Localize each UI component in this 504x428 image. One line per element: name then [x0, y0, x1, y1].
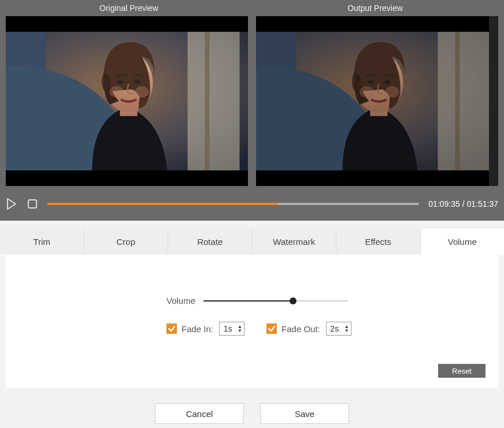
- svg-point-9: [110, 86, 124, 98]
- svg-rect-1: [188, 32, 240, 170]
- progress-fill: [47, 203, 278, 205]
- cancel-button[interactable]: Cancel: [155, 403, 244, 424]
- fade-in-value: 1s: [220, 322, 236, 335]
- fade-in-stepper[interactable]: 1s ▲▼: [219, 322, 244, 336]
- tab-effects[interactable]: Effects: [336, 229, 420, 255]
- check-icon: [168, 325, 176, 333]
- volume-panel: Volume Fade In: 1s ▲▼ Fade Out: 2s ▲▼: [6, 255, 498, 388]
- volume-slider[interactable]: [203, 296, 348, 306]
- current-time: 01:09:35: [428, 199, 460, 209]
- fade-out-stepper[interactable]: 2s ▲▼: [326, 322, 351, 336]
- fade-out-value: 2s: [327, 322, 343, 335]
- progress-bar[interactable]: [47, 203, 419, 205]
- stepper-arrows-icon: ▲▼: [236, 322, 244, 335]
- original-preview: [6, 16, 248, 186]
- action-row: Cancel Save: [0, 403, 504, 424]
- save-button[interactable]: Save: [260, 403, 349, 424]
- volume-slider-thumb[interactable]: [290, 297, 297, 304]
- tab-rotate[interactable]: Rotate: [168, 229, 252, 255]
- svg-point-19: [385, 80, 391, 84]
- fade-out-label: Fade Out:: [281, 324, 320, 334]
- tab-bar: Trim Crop Rotate Watermark Effects Volum…: [0, 229, 504, 255]
- svg-rect-13: [455, 32, 460, 170]
- output-preview: [256, 16, 498, 186]
- original-preview-label: Original Preview: [6, 3, 252, 13]
- play-button[interactable]: [6, 198, 17, 210]
- preview-zone: Original Preview Output Preview: [0, 0, 504, 221]
- volume-label: Volume: [166, 296, 195, 306]
- play-icon: [6, 198, 17, 210]
- tab-trim[interactable]: Trim: [0, 229, 84, 255]
- original-video-frame: [6, 32, 248, 170]
- svg-point-7: [118, 80, 124, 84]
- total-time: 01:51:37: [467, 199, 499, 209]
- svg-rect-2: [205, 32, 210, 170]
- output-preview-label: Output Preview: [252, 3, 498, 13]
- tab-crop[interactable]: Crop: [84, 229, 168, 255]
- svg-point-10: [135, 86, 149, 98]
- fade-out-checkbox[interactable]: [266, 323, 277, 334]
- svg-point-20: [360, 86, 374, 98]
- reset-button[interactable]: Reset: [438, 364, 486, 378]
- svg-rect-12: [438, 32, 490, 170]
- svg-point-18: [368, 80, 374, 84]
- svg-rect-22: [28, 200, 36, 208]
- check-icon: [268, 325, 276, 333]
- fade-in-label: Fade In:: [181, 324, 213, 334]
- stop-button[interactable]: [27, 198, 38, 210]
- output-video-frame: [256, 32, 498, 170]
- time-readout: 01:09:35 / 01:51:37: [428, 199, 498, 209]
- stepper-arrows-icon: ▲▼: [343, 322, 351, 335]
- svg-point-8: [135, 80, 140, 84]
- stop-icon: [27, 198, 38, 210]
- svg-point-21: [386, 86, 399, 98]
- fade-in-checkbox[interactable]: [166, 323, 177, 334]
- tab-volume[interactable]: Volume: [420, 229, 505, 255]
- tab-watermark[interactable]: Watermark: [252, 229, 336, 255]
